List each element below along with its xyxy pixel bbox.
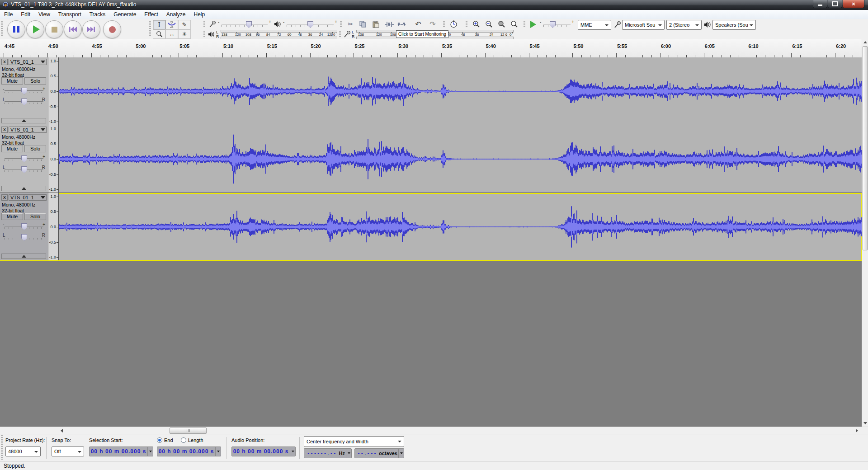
scroll-left-button[interactable] bbox=[59, 428, 64, 433]
track-close-button[interactable]: X bbox=[1, 194, 8, 201]
zoom-tool-button[interactable] bbox=[153, 29, 165, 39]
center-frequency-field[interactable]: - - - - - - . - - Hz bbox=[304, 448, 352, 458]
scroll-right-button[interactable] bbox=[854, 428, 859, 433]
toolbar-gripper[interactable] bbox=[1, 21, 3, 37]
track-title-dropdown[interactable]: VTS_01_1 bbox=[9, 59, 47, 65]
time-format-dropdown[interactable] bbox=[215, 447, 221, 456]
frequency-format-dropdown[interactable] bbox=[346, 449, 351, 458]
selection-start-field[interactable]: 00 h 00 m 00.000 s bbox=[89, 446, 153, 456]
skip-to-end-button[interactable] bbox=[82, 20, 100, 38]
slider-thumb[interactable] bbox=[21, 234, 27, 241]
audio-position-field[interactable]: 00 h 00 m 00.000 s bbox=[231, 446, 296, 456]
redo-button[interactable]: ↷ bbox=[427, 20, 439, 28]
recording-volume-slider[interactable]: - + bbox=[218, 20, 271, 28]
solo-button[interactable]: Solo bbox=[24, 213, 46, 220]
spectral-selection-mode-select[interactable]: Center frequency and Width bbox=[304, 436, 404, 447]
fit-selection-button[interactable] bbox=[495, 20, 507, 28]
waveform[interactable] bbox=[59, 193, 862, 261]
selection-tool-button[interactable]: I bbox=[153, 20, 165, 29]
track-collapse-button[interactable] bbox=[1, 118, 46, 123]
project-rate-select[interactable]: 48000 bbox=[5, 446, 41, 456]
slider-thumb[interactable] bbox=[21, 99, 27, 105]
vertical-ruler[interactable]: 1.0 0.5 0.0 -0.5 -1.0 bbox=[48, 125, 59, 193]
cut-button[interactable]: ✂ bbox=[344, 20, 356, 28]
length-radio[interactable]: Length bbox=[181, 437, 203, 443]
toolbar-gripper[interactable] bbox=[203, 21, 205, 28]
menu-view[interactable]: View bbox=[34, 10, 54, 19]
toolbar-gripper[interactable] bbox=[203, 31, 205, 38]
toolbar-gripper[interactable] bbox=[466, 21, 467, 28]
play-at-speed-button[interactable] bbox=[527, 20, 539, 28]
snap-to-select[interactable]: Off bbox=[52, 446, 84, 456]
menu-analyze[interactable]: Analyze bbox=[162, 10, 190, 19]
mute-button[interactable]: Mute bbox=[1, 145, 23, 152]
bandwidth-field[interactable]: - - . - - - octaves bbox=[354, 448, 404, 458]
pause-button[interactable] bbox=[7, 20, 25, 38]
toolbar-gripper[interactable] bbox=[340, 21, 342, 28]
solo-button[interactable]: Solo bbox=[24, 77, 46, 85]
mute-button[interactable]: Mute bbox=[1, 213, 23, 220]
horizontal-scrollbar-thumb[interactable] bbox=[170, 428, 207, 434]
timeline-ruler[interactable]: 4:454:504:555:005:055:105:155:205:255:30… bbox=[0, 39, 862, 58]
playback-device-select[interactable]: Speakers (Sou bbox=[712, 20, 756, 30]
fit-project-button[interactable] bbox=[508, 20, 520, 28]
vertical-ruler[interactable]: 1.0 0.5 0.0 -0.5 -1.0 bbox=[48, 57, 59, 125]
slider-thumb[interactable] bbox=[550, 21, 556, 28]
menu-file[interactable]: File bbox=[0, 10, 17, 19]
minimize-button[interactable] bbox=[813, 0, 827, 8]
zoom-in-button[interactable] bbox=[470, 20, 482, 28]
solo-button[interactable]: Solo bbox=[24, 145, 46, 152]
audio-host-select[interactable]: MME bbox=[578, 20, 611, 30]
vertical-scrollbar-thumb[interactable] bbox=[863, 46, 868, 250]
stop-button[interactable] bbox=[45, 20, 63, 38]
menu-help[interactable]: Help bbox=[190, 10, 209, 19]
vertical-scrollbar[interactable] bbox=[862, 39, 868, 427]
selection-end-field[interactable]: 00 h 00 m 00.000 s bbox=[157, 446, 221, 456]
pan-slider[interactable]: L R bbox=[2, 165, 46, 174]
scroll-up-button[interactable] bbox=[863, 39, 868, 45]
track-close-button[interactable]: X bbox=[1, 127, 8, 133]
draw-tool-button[interactable]: ✎ bbox=[178, 20, 191, 29]
slider-thumb[interactable] bbox=[21, 223, 27, 230]
horizontal-scrollbar[interactable] bbox=[0, 427, 868, 434]
slider-thumb[interactable] bbox=[21, 88, 27, 94]
recording-device-select[interactable]: Microsoft Sou bbox=[622, 20, 665, 30]
skip-to-start-button[interactable] bbox=[64, 20, 82, 38]
time-format-dropdown[interactable] bbox=[290, 447, 295, 456]
gain-slider[interactable]: - + bbox=[2, 86, 46, 95]
mute-button[interactable]: Mute bbox=[1, 77, 23, 85]
envelope-tool-button[interactable] bbox=[165, 20, 178, 29]
toolbar-gripper[interactable] bbox=[443, 21, 445, 28]
track-title-dropdown[interactable]: VTS_01_1 bbox=[9, 194, 47, 201]
play-button[interactable] bbox=[26, 20, 44, 38]
playback-meter[interactable]: -138-120-108-96-84-72-60-48-36-24-12-60 bbox=[221, 30, 337, 39]
slider-thumb[interactable] bbox=[246, 21, 252, 28]
track-title-dropdown[interactable]: VTS_01_1 bbox=[9, 127, 47, 133]
toolbar-gripper[interactable] bbox=[1, 435, 3, 460]
playback-speed-slider[interactable]: - + bbox=[540, 20, 574, 28]
slider-thumb[interactable] bbox=[307, 21, 313, 28]
record-button[interactable] bbox=[103, 20, 121, 38]
playback-volume-slider[interactable]: - + bbox=[283, 20, 337, 28]
trim-audio-button[interactable] bbox=[383, 20, 395, 28]
monitoring-tooltip[interactable]: Click to Start Monitoring bbox=[396, 30, 448, 38]
scroll-down-button[interactable] bbox=[863, 420, 868, 426]
timer-button[interactable] bbox=[448, 20, 459, 28]
slider-thumb[interactable] bbox=[21, 166, 27, 173]
menu-edit[interactable]: Edit bbox=[17, 10, 34, 19]
zoom-out-button[interactable] bbox=[483, 20, 495, 28]
waveform[interactable] bbox=[59, 125, 862, 193]
track-collapse-button[interactable] bbox=[1, 254, 46, 259]
track-close-button[interactable]: X bbox=[1, 59, 8, 65]
end-radio[interactable]: End bbox=[157, 437, 173, 443]
maximize-button[interactable] bbox=[828, 0, 842, 8]
bandwidth-format-dropdown[interactable] bbox=[398, 449, 404, 458]
silence-audio-button[interactable] bbox=[396, 20, 408, 28]
close-button[interactable]: × bbox=[843, 0, 864, 8]
pan-slider[interactable]: L R bbox=[2, 233, 46, 242]
pan-slider[interactable]: L R bbox=[2, 97, 46, 106]
undo-button[interactable]: ↶ bbox=[412, 20, 424, 28]
multi-tool-button[interactable]: ✳ bbox=[178, 29, 191, 39]
toolbar-gripper[interactable] bbox=[339, 31, 341, 38]
menu-generate[interactable]: Generate bbox=[109, 10, 140, 19]
